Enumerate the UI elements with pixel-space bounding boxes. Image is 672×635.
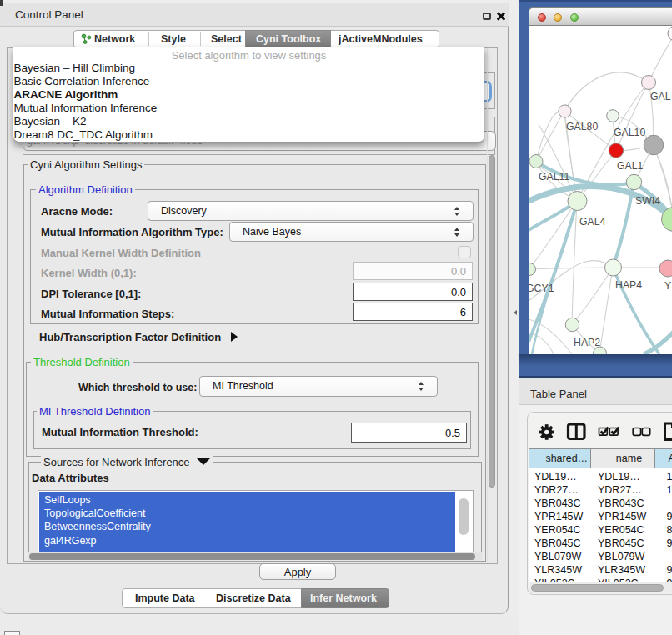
svg-text:GCY1: GCY1 [529, 282, 554, 294]
svg-text:HAP2: HAP2 [574, 337, 600, 348]
svg-text:SWI4: SWI4 [635, 195, 660, 207]
svg-text:GAL1: GAL1 [617, 160, 644, 172]
svg-text:GAL11: GAL11 [539, 171, 570, 182]
svg-text:GAL: GAL [650, 91, 671, 102]
svg-text:GAL10: GAL10 [614, 127, 645, 138]
svg-text:Y: Y [664, 280, 671, 292]
svg-text:GAL4: GAL4 [579, 216, 606, 228]
svg-text:GAL80: GAL80 [566, 121, 598, 132]
svg-text:HAP4: HAP4 [615, 279, 642, 291]
